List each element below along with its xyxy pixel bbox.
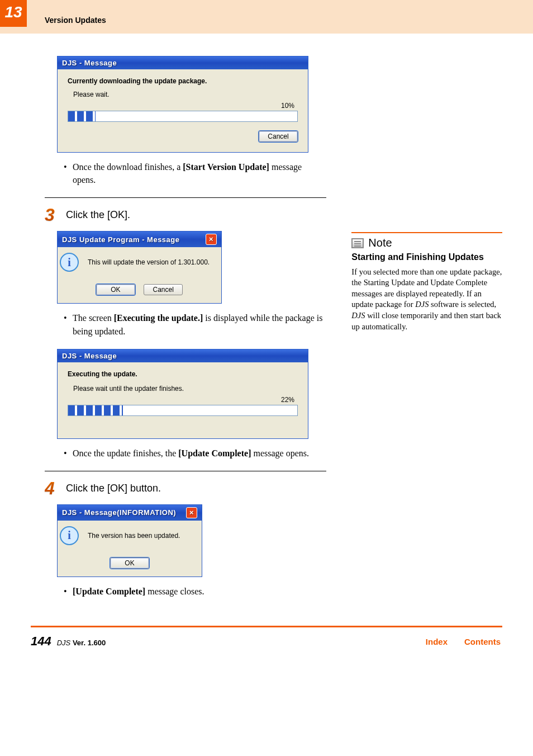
text: The screen — [73, 313, 114, 323]
index-link[interactable]: Index — [426, 637, 448, 646]
progress-bar — [68, 111, 298, 122]
dialog-title: DJS - Message(INFORMATION) — [62, 508, 176, 517]
dialog-message: The version has been updated. — [88, 532, 180, 540]
text-bold: [Start Version Update] — [183, 162, 269, 172]
step-text: Click the [OK]. — [66, 209, 130, 221]
ok-button[interactable]: OK — [110, 557, 149, 569]
page-number: 144 — [31, 634, 51, 649]
dialog-title: DJS - Message — [62, 59, 117, 67]
dialog-titlebar: DJS - Message — [58, 56, 308, 69]
cancel-button[interactable]: Cancel — [259, 131, 298, 142]
info-icon: i — [60, 253, 79, 272]
page-footer: 144 DJS Ver. 1.600 Index Contents — [0, 627, 533, 665]
update-confirm-dialog: DJS Update Program - Message × i This wi… — [57, 231, 222, 304]
section-title: Version Updates — [45, 16, 106, 25]
text: message opens. — [251, 448, 309, 458]
bullet-item: The screen [Executing the update.] is di… — [64, 311, 326, 337]
progress-fill — [68, 111, 96, 121]
divider — [45, 197, 326, 198]
progress-fill — [68, 405, 123, 415]
dialog-title: DJS - Message — [62, 352, 117, 360]
divider — [45, 471, 326, 471]
text-italic: DJS — [415, 300, 429, 309]
note-header: Note — [351, 237, 502, 249]
ok-button[interactable]: OK — [96, 284, 135, 295]
note-icon — [351, 238, 364, 248]
close-icon[interactable]: × — [186, 507, 197, 518]
text: Once the download finishes, a — [73, 162, 183, 172]
dialog-text: Please wait until the updater finishes. — [73, 385, 298, 393]
dialog-heading: Currently downloading the update package… — [68, 77, 298, 85]
page-header: 13 Version Updates — [0, 0, 533, 34]
note-subheading: Starting and Finishing Updates — [351, 252, 502, 263]
dialog-titlebar: DJS - Message(INFORMATION) × — [58, 505, 202, 521]
update-complete-dialog: DJS - Message(INFORMATION) × i The versi… — [57, 504, 202, 577]
executing-update-dialog: DJS - Message Executing the update. Plea… — [57, 349, 308, 439]
step-number: 4 — [45, 478, 60, 499]
text-bold: [Executing the update.] — [114, 313, 203, 323]
note-body: If you selected more than one update pac… — [351, 267, 502, 332]
chapter-number-badge: 13 — [0, 0, 27, 27]
contents-link[interactable]: Contents — [464, 637, 501, 646]
bullet-item: [Update Complete] message closes. — [64, 585, 326, 598]
text: Once the update finishes, the — [73, 448, 178, 458]
dialog-titlebar: DJS Update Program - Message × — [58, 231, 221, 247]
text: will close temporarily and then start ba… — [351, 311, 501, 331]
progress-bar — [68, 405, 298, 416]
bullet-item: Once the download finishes, a [Start Ver… — [64, 160, 326, 186]
dialog-title: DJS Update Program - Message — [62, 235, 180, 244]
note-divider — [351, 232, 502, 233]
dialog-text: Please wait. — [73, 91, 298, 98]
download-progress-dialog: DJS - Message Currently downloading the … — [57, 56, 308, 153]
info-icon: i — [60, 526, 79, 545]
version-text: Ver. 1.600 — [73, 639, 106, 647]
step-3: 3 Click the [OK]. — [45, 205, 326, 225]
close-icon[interactable]: × — [206, 234, 217, 245]
text-bold: [Update Complete] — [73, 587, 145, 596]
text-italic: DJS — [351, 311, 365, 320]
progress-percent: 22% — [68, 396, 298, 404]
dialog-message: This will update the version of 1.301.00… — [88, 258, 210, 266]
step-number: 3 — [45, 205, 60, 225]
cancel-button[interactable]: Cancel — [144, 284, 183, 295]
text: software is selected, — [429, 300, 496, 309]
dialog-titlebar: DJS - Message — [58, 349, 308, 362]
text: message closes. — [145, 587, 204, 596]
note-label: Note — [368, 237, 392, 249]
progress-percent: 10% — [68, 102, 298, 110]
product-name: DJS — [57, 639, 71, 647]
step-text: Click the [OK] button. — [66, 483, 161, 494]
step-4: 4 Click the [OK] button. — [45, 478, 326, 499]
text-bold: [Update Complete] — [178, 448, 251, 458]
dialog-heading: Executing the update. — [68, 370, 298, 378]
bullet-item: Once the update finishes, the [Update Co… — [64, 447, 326, 460]
